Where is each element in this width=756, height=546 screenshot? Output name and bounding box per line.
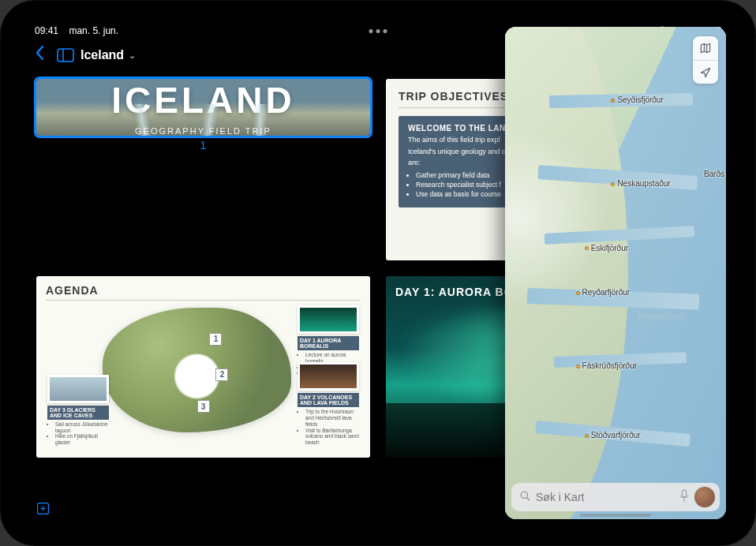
map-mode-button[interactable] xyxy=(693,36,718,60)
map-canvas[interactable]: Seyðisfjörður Neskaupstaður Eskifjörður … xyxy=(505,27,726,519)
map-search-input[interactable] xyxy=(536,491,674,503)
svg-point-11 xyxy=(521,492,527,498)
back-button[interactable] xyxy=(30,45,51,65)
slide-thumb-1[interactable]: ICELAND GEOGRAPHY FIELD TRIP 1 xyxy=(36,79,370,260)
slide1-subtitle: GEOGRAPHY FIELD TRIP xyxy=(135,126,271,136)
slide3-header: AGENDA xyxy=(46,284,361,301)
map-pin-2: 2 xyxy=(215,368,228,381)
map-place-label[interactable]: Eskifjörður xyxy=(585,244,628,252)
slideover-home-indicator[interactable] xyxy=(580,514,651,517)
svg-rect-1 xyxy=(58,49,73,62)
map-search-bar[interactable] xyxy=(511,483,720,511)
map-place-label[interactable]: Fáskrúðsfjörður xyxy=(576,361,637,370)
tablet-frame: 09:41 man. 5. jun. 100 % xyxy=(0,0,756,546)
status-date: man. 5. jun. xyxy=(69,25,118,36)
multitask-dots[interactable] xyxy=(369,29,387,33)
slide-thumb-3[interactable]: AGENDA 1 2 3 DAY 1 AURORA BOREALIS Lectu… xyxy=(36,276,370,458)
search-icon xyxy=(519,490,531,504)
mic-icon[interactable] xyxy=(679,489,690,506)
add-slide-button[interactable] xyxy=(36,502,50,515)
chevron-down-icon: ⌄ xyxy=(129,50,136,61)
maps-slideover[interactable]: Seyðisfjörður Neskaupstaður Eskifjörður … xyxy=(505,27,726,519)
map-place-label-faded: Reyðarfjörður xyxy=(638,312,686,321)
avatar[interactable] xyxy=(694,487,715,507)
status-time-date: 09:41 man. 5. jun. xyxy=(35,25,118,36)
map-place-label[interactable]: Reyðarfjörður xyxy=(576,288,631,297)
slide-number: 1 xyxy=(36,139,370,151)
map-place-label: Barðs xyxy=(704,170,724,178)
locate-me-button[interactable] xyxy=(693,60,718,84)
screen: 09:41 man. 5. jun. 100 % xyxy=(25,22,731,524)
map-place-label[interactable]: Neskaupstaður xyxy=(611,179,670,188)
map-pin-3: 3 xyxy=(197,400,210,413)
callout-day3: DAY 3 GLACIERS AND ICE CAVES Sail across… xyxy=(47,375,109,446)
map-controls xyxy=(693,36,718,84)
document-title-text: Iceland xyxy=(80,48,124,62)
map-place-label[interactable]: Stöðvarfjörður xyxy=(585,431,641,439)
status-time: 09:41 xyxy=(35,25,58,36)
iceland-map-graphic xyxy=(103,308,291,432)
sidebar-toggle-icon[interactable] xyxy=(57,48,74,62)
map-pin-1: 1 xyxy=(209,333,222,346)
callout-day2: DAY 2 VOLCANOES AND LAVA FIELDS Trip to … xyxy=(298,362,359,446)
svg-line-12 xyxy=(527,498,530,500)
map-place-label[interactable]: Seyðisfjörður xyxy=(611,95,663,104)
svg-rect-13 xyxy=(683,490,687,497)
document-title[interactable]: Iceland ⌄ xyxy=(80,48,136,62)
